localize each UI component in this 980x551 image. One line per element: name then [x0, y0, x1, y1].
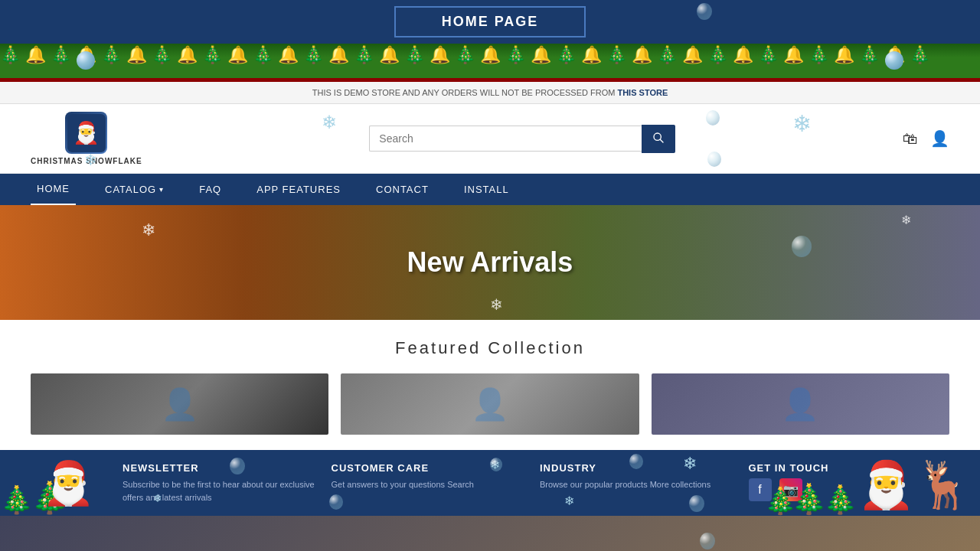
- nav-install[interactable]: INSTALL: [458, 174, 515, 204]
- footer-tree-4: 🎄: [764, 485, 796, 516]
- nav-app-features[interactable]: APP FEATURES: [250, 174, 347, 204]
- card2-img: 👤: [471, 386, 509, 422]
- demo-notice: THIS IS DEMO STORE AND ANY ORDERS WILL N…: [0, 82, 980, 104]
- footer-santa: 🎅: [42, 458, 95, 508]
- hero-title: New Arrivals: [407, 246, 573, 279]
- snowflake-deco-1: ❄: [322, 112, 337, 133]
- featured-card-2[interactable]: 👤: [341, 373, 639, 435]
- header: ❄ ❄ ❄ 🎅 CHRISTMAS SNOWFLAKE 🛍 👤: [0, 104, 980, 174]
- industry-text: Browse our popular products More collect…: [540, 478, 733, 491]
- snowflake-hero-2: ❄: [901, 213, 911, 227]
- featured-card-3[interactable]: 👤: [652, 373, 949, 435]
- hero-section: ❄ ❄ ❄ New Arrivals: [0, 205, 980, 320]
- card1-img: 👤: [161, 386, 199, 422]
- footer: 🎄 🎄 🎄 🎄 🎄 🎅 🎅🦌 ❄ ❄ ❄ ❄ NEWSLETTER Subscr…: [0, 450, 980, 516]
- logo-emoji: 🎅: [73, 120, 100, 145]
- search-icon: [652, 132, 665, 144]
- newsletter-title: NEWSLETTER: [122, 462, 316, 474]
- footer-tree-5: 🎄: [823, 484, 858, 516]
- footer-customer-care: CUSTOMER CARE Get answers to your questi…: [324, 462, 533, 491]
- card3-img: 👤: [781, 386, 819, 422]
- search-button[interactable]: [642, 125, 675, 153]
- cart-icon[interactable]: 🛍: [903, 130, 918, 148]
- featured-section: Featured Collection 👤 👤 👤: [0, 320, 980, 450]
- catalog-dropdown-icon: ▾: [159, 185, 164, 194]
- logo-image: 🎅: [65, 112, 107, 154]
- search-area: [369, 125, 675, 153]
- nav-contact[interactable]: CONTACT: [370, 174, 435, 204]
- logo-area[interactable]: 🎅 CHRISTMAS SNOWFLAKE: [31, 112, 142, 165]
- snowflake-hero-3: ❄: [490, 295, 503, 314]
- snowflake-deco-2: ❄: [792, 110, 812, 137]
- industry-title: INDUSTRY: [540, 462, 733, 474]
- featured-card-1[interactable]: 👤: [31, 373, 328, 435]
- customer-care-title: CUSTOMER CARE: [332, 462, 525, 474]
- featured-grid: 👤 👤 👤: [31, 373, 949, 435]
- nav-catalog[interactable]: CATALOG ▾: [99, 174, 170, 204]
- header-icons: 🛍 👤: [903, 129, 949, 148]
- ornament-header-1: [706, 110, 720, 126]
- christmas-garland: 🎄🔔🎄🔔🎄🔔🎄🔔🎄🔔🎄🔔🎄🔔🎄🔔🎄🔔🎄🔔🎄🔔🎄🔔🎄🔔🎄🔔🎄🔔🎄🔔🎄🔔🎄🔔🎄: [0, 44, 980, 82]
- home-page-button[interactable]: HOME PAGE: [394, 6, 586, 37]
- newsletter-text: Subscribe to be the first to hear about …: [122, 478, 316, 504]
- nav-home[interactable]: HOME: [31, 174, 76, 205]
- nav-faq[interactable]: FAQ: [193, 174, 227, 204]
- customer-care-text: Get answers to your questions Search: [332, 478, 525, 491]
- main-nav: HOME CATALOG ▾ FAQ APP FEATURES CONTACT …: [0, 174, 980, 205]
- footer-tree-3: 🎄: [791, 482, 827, 516]
- ornament-footer-2: [329, 494, 343, 510]
- ornament-header-2: [707, 152, 721, 167]
- footer-industry: INDUSTRY Browse our popular products Mor…: [532, 462, 741, 491]
- ornament-footer-5: [689, 495, 704, 512]
- top-bar: HOME PAGE: [0, 0, 980, 44]
- snowflake-hero-1: ❄: [142, 220, 155, 240]
- footer-tree-2: 🎄: [0, 484, 34, 516]
- user-icon[interactable]: 👤: [930, 129, 949, 148]
- search-input[interactable]: [369, 126, 642, 152]
- santa-sleigh: 🎅🦌: [858, 458, 972, 512]
- featured-title: Featured Collection: [31, 338, 949, 358]
- logo-text: CHRISTMAS SNOWFLAKE: [31, 157, 142, 165]
- demo-store-link[interactable]: THIS STORE: [617, 88, 668, 97]
- ornament-nav-2: [700, 533, 715, 549]
- snowflake-footer-4: ❄: [564, 494, 574, 508]
